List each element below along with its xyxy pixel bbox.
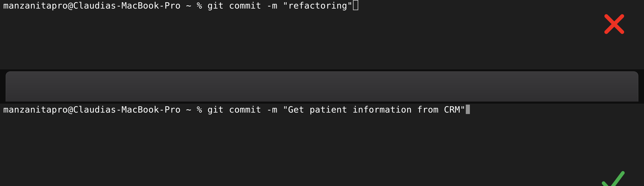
terminal-line-top[interactable]: manzanitapro@Claudias-MacBook-Pro ~ % gi…: [3, 1, 358, 11]
command-text: git commit -m "refactoring": [208, 1, 352, 11]
terminal-pane-top[interactable]: manzanitapro@Claudias-MacBook-Pro ~ % gi…: [0, 0, 644, 69]
check-icon: [600, 169, 626, 186]
cursor-icon: [466, 105, 470, 114]
terminal-line-bottom[interactable]: manzanitapro@Claudias-MacBook-Pro ~ % gi…: [3, 104, 470, 115]
cursor-icon: [353, 0, 358, 10]
window-titlebar: [6, 71, 638, 102]
terminal-pane-bottom[interactable]: manzanitapro@Claudias-MacBook-Pro ~ % gi…: [0, 104, 644, 186]
shell-prompt: manzanitapro@Claudias-MacBook-Pro ~ %: [3, 104, 208, 115]
command-text: git commit -m "Get patient information f…: [208, 104, 466, 115]
cross-icon: [603, 13, 626, 36]
shell-prompt: manzanitapro@Claudias-MacBook-Pro ~ %: [3, 1, 208, 11]
comparison-container: manzanitapro@Claudias-MacBook-Pro ~ % gi…: [0, 0, 644, 186]
